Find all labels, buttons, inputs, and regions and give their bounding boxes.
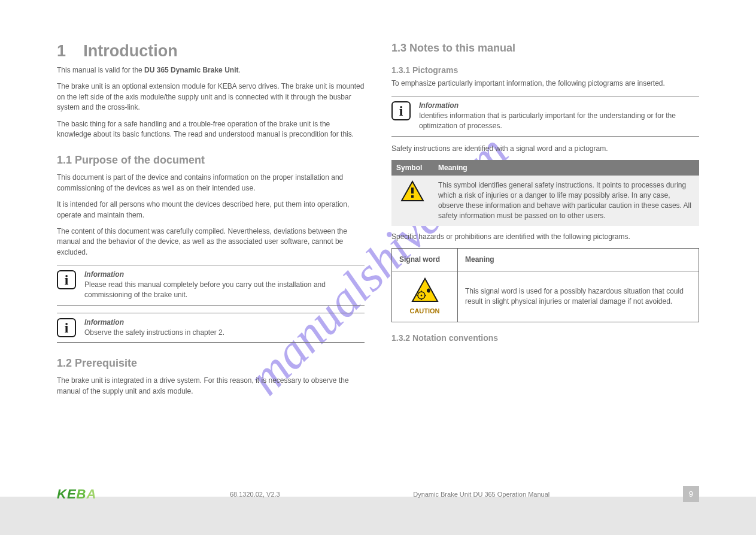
table-row: This symbol identifies general safety in… xyxy=(391,176,699,225)
subheading-notes: 1.3 Notes to this manual xyxy=(391,42,699,55)
hazard-table: Signal word Meaning CAUTION xyxy=(391,248,699,322)
info-content: Information Identifies information that … xyxy=(419,101,699,131)
pictograms-intro: To emphasize particularly important info… xyxy=(391,78,699,89)
info-icon: i xyxy=(391,101,411,120)
safety-intro: Safety instructions are identified with … xyxy=(391,144,699,154)
svg-rect-1 xyxy=(411,188,414,194)
right-column: 1.3 Notes to this manual 1.3.1 Pictogram… xyxy=(391,42,699,517)
subheading-prerequisite: 1.2 Prerequisite xyxy=(57,357,365,370)
info-body: Please read this manual completely befor… xyxy=(84,280,365,300)
info-content: Information Please read this manual comp… xyxy=(84,270,365,300)
info-title: Information xyxy=(84,270,365,279)
caution-label: CAUTION xyxy=(399,307,450,316)
intro-paragraph-2: The brake unit is an optional extension … xyxy=(57,81,365,113)
subheading-pictograms: 1.3.1 Pictograms xyxy=(391,65,699,75)
subheading-conventions: 1.3.2 Notation conventions xyxy=(391,333,699,343)
purpose-paragraph-1: This document is part of the device and … xyxy=(57,173,365,194)
table-header-row: Signal word Meaning xyxy=(392,248,699,271)
svg-point-5 xyxy=(420,294,422,296)
purpose-paragraph-2: It is intended for all persons who mount… xyxy=(57,200,365,220)
header-signal-word: Signal word xyxy=(392,248,458,271)
info-title: Information xyxy=(419,101,699,110)
svg-marker-3 xyxy=(412,279,438,301)
subheading-purpose: 1.1 Purpose of the document xyxy=(57,154,365,167)
table-header-row: Symbol Meaning xyxy=(391,160,699,176)
table-row: CAUTION This signal word is used for a p… xyxy=(392,271,699,322)
info-icon: i xyxy=(57,270,76,289)
info-box-2: i Information Observe the safety instruc… xyxy=(57,313,365,343)
header-meaning: Meaning xyxy=(458,248,699,271)
info-body: Identifies information that is particula… xyxy=(419,111,699,131)
info-content: Information Observe the safety instructi… xyxy=(84,318,224,338)
left-column: 1 Introduction This manual is valid for … xyxy=(57,42,365,517)
purpose-paragraph-3: The content of this document was careful… xyxy=(57,226,365,258)
info-title: Information xyxy=(84,318,224,327)
page-content: 1 Introduction This manual is valid for … xyxy=(0,0,756,535)
info-body: Observe the safety instructions in chapt… xyxy=(84,328,224,338)
section-title: Introduction xyxy=(83,42,177,60)
table-header-symbol: Symbol xyxy=(391,160,433,176)
prerequisite-paragraph: The brake unit is integrated in a drive … xyxy=(57,376,365,397)
info-box-1: i Information Please read this manual co… xyxy=(57,265,365,306)
info-icon: i xyxy=(57,318,76,337)
caution-hand-gear-icon xyxy=(411,277,439,303)
section-heading: 1 Introduction xyxy=(57,42,365,61)
symbol-cell xyxy=(391,176,433,225)
bold-product-name: DU 365 Dynamic Brake Unit xyxy=(144,66,238,74)
hazards-intro: Specific hazards or prohibitions are ide… xyxy=(391,232,699,242)
warning-triangle-icon xyxy=(400,180,424,202)
text-span: . xyxy=(238,66,240,74)
caution-meaning: This signal word is used for a possibly … xyxy=(458,271,699,322)
text-span: This manual is valid for the xyxy=(57,66,144,74)
section-number: 1 xyxy=(57,42,66,60)
intro-paragraph-3: The basic thing for a safe handling and … xyxy=(57,119,365,140)
signal-word-cell: CAUTION xyxy=(392,271,458,322)
meaning-cell: This symbol identifies general safety in… xyxy=(433,176,699,225)
table-header-meaning: Meaning xyxy=(433,160,699,176)
symbol-table: Symbol Meaning This symbol identifies ge… xyxy=(391,160,699,225)
svg-rect-2 xyxy=(411,195,414,198)
intro-paragraph-1: This manual is valid for the DU 365 Dyna… xyxy=(57,65,365,75)
info-box-3: i Information Identifies information tha… xyxy=(391,96,699,137)
